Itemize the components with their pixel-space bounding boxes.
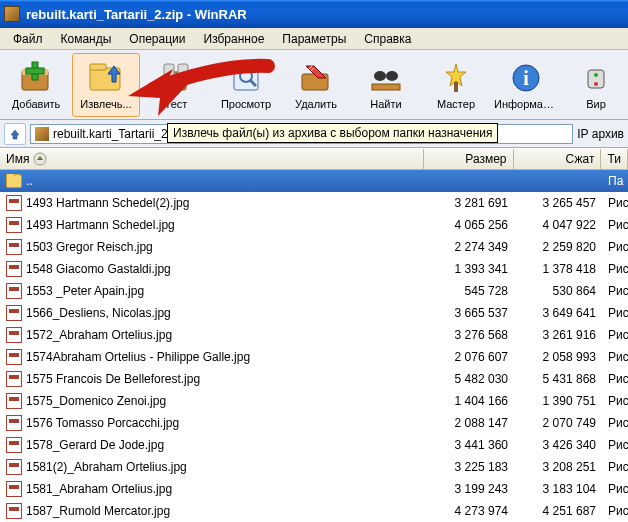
image-file-icon	[6, 459, 22, 475]
app-icon	[4, 6, 20, 22]
image-file-icon	[6, 195, 22, 211]
image-file-icon	[6, 371, 22, 387]
file-row[interactable]: 1581_Abraham Ortelius.jpg3 199 2433 183 …	[0, 478, 628, 500]
toolbar-virus-button[interactable]: Вир	[562, 53, 628, 117]
menu-bar: Файл Команды Операции Избранное Параметр…	[0, 28, 628, 50]
file-row[interactable]: 1578_Gerard De Jode.jpg3 441 3603 426 34…	[0, 434, 628, 456]
svg-rect-8	[178, 64, 188, 78]
menu-operations[interactable]: Операции	[120, 30, 194, 48]
add-icon	[16, 60, 56, 96]
svg-point-14	[386, 71, 398, 81]
file-row[interactable]: 1553 _Peter Apain.jpg545 728530 864Рис	[0, 280, 628, 302]
header-packed[interactable]: Сжат	[514, 149, 602, 169]
toolbar-info-button[interactable]: iИнформация	[492, 53, 560, 117]
file-row[interactable]: 1576 Tomasso Porcacchi.jpg2 088 1472 070…	[0, 412, 628, 434]
image-file-icon	[6, 283, 22, 299]
toolbar-find-button[interactable]: Найти	[352, 53, 420, 117]
file-row[interactable]: 1581(2)_Abraham Ortelius.jpg3 225 1833 2…	[0, 456, 628, 478]
toolbar-label: Мастер	[437, 98, 475, 110]
file-row[interactable]: 1587_Rumold Mercator.jpg4 273 9744 251 6…	[0, 500, 628, 522]
toolbar: ДобавитьИзвлечь...ТестПросмотрУдалитьНай…	[0, 50, 628, 120]
svg-point-13	[374, 71, 386, 81]
svg-point-22	[594, 82, 598, 86]
parent-folder-row[interactable]: ..Па	[0, 170, 628, 192]
extract-icon	[86, 60, 126, 96]
toolbar-label: Удалить	[295, 98, 337, 110]
file-row[interactable]: 1575_Domenico Zenoi.jpg1 404 1661 390 75…	[0, 390, 628, 412]
folder-up-icon	[6, 174, 22, 188]
toolbar-view-button[interactable]: Просмотр	[212, 53, 280, 117]
delete-icon	[296, 60, 336, 96]
svg-rect-17	[454, 82, 458, 92]
toolbar-label: Информация	[494, 98, 558, 110]
toolbar-label: Просмотр	[221, 98, 271, 110]
image-file-icon	[6, 349, 22, 365]
toolbar-add-button[interactable]: Добавить	[2, 53, 70, 117]
image-file-icon	[6, 437, 22, 453]
image-file-icon	[6, 305, 22, 321]
view-icon	[226, 60, 266, 96]
find-icon	[366, 60, 406, 96]
svg-point-21	[594, 73, 598, 77]
file-row[interactable]: 1566_Desliens, Nicolas.jpg3 665 5373 649…	[0, 302, 628, 324]
toolbar-test-button[interactable]: Тест	[142, 53, 210, 117]
file-list: ..Па1493 Hartmann Schedel(2).jpg3 281 69…	[0, 170, 628, 522]
file-row[interactable]: 1493 Hartmann Schedel(2).jpg3 281 6913 2…	[0, 192, 628, 214]
image-file-icon	[6, 393, 22, 409]
archive-icon	[35, 127, 49, 141]
toolbar-label: Добавить	[12, 98, 61, 110]
svg-text:i: i	[523, 67, 529, 89]
toolbar-wizard-button[interactable]: Мастер	[422, 53, 490, 117]
file-row[interactable]: 1575 Francois De Belleforest.jpg5 482 03…	[0, 368, 628, 390]
menu-commands[interactable]: Команды	[52, 30, 121, 48]
image-file-icon	[6, 261, 22, 277]
column-headers: Имя Размер Сжат Ти	[0, 148, 628, 170]
menu-help[interactable]: Справка	[355, 30, 420, 48]
sort-asc-icon	[33, 152, 47, 166]
file-row[interactable]: 1503 Gregor Reisch.jpg2 274 3492 259 820…	[0, 236, 628, 258]
image-file-icon	[6, 217, 22, 233]
window-title: rebuilt.karti_Tartarii_2.zip - WinRAR	[26, 7, 247, 22]
image-file-icon	[6, 481, 22, 497]
toolbar-label: Тест	[165, 98, 188, 110]
test-icon	[156, 60, 196, 96]
svg-rect-16	[372, 84, 400, 90]
toolbar-label: Вир	[586, 98, 606, 110]
svg-rect-7	[164, 64, 174, 78]
up-button[interactable]	[4, 123, 26, 145]
title-bar: rebuilt.karti_Tartarii_2.zip - WinRAR	[0, 0, 628, 28]
tooltip: Извлечь файл(ы) из архива с выбором папк…	[167, 123, 498, 143]
toolbar-extract-button[interactable]: Извлечь...	[72, 53, 140, 117]
menu-options[interactable]: Параметры	[273, 30, 355, 48]
info-icon: i	[506, 60, 546, 96]
svg-rect-3	[26, 68, 44, 74]
image-file-icon	[6, 503, 22, 519]
menu-file[interactable]: Файл	[4, 30, 52, 48]
file-row[interactable]: 1574Abraham Ortelius - Philippe Galle.jp…	[0, 346, 628, 368]
virus-icon	[576, 60, 616, 96]
toolbar-label: Найти	[370, 98, 401, 110]
address-tail: IP архив	[577, 127, 624, 141]
svg-rect-5	[90, 64, 106, 70]
menu-favorites[interactable]: Избранное	[195, 30, 274, 48]
toolbar-label: Извлечь...	[80, 98, 131, 110]
header-type[interactable]: Ти	[601, 149, 628, 169]
image-file-icon	[6, 327, 22, 343]
file-row[interactable]: 1548 Giacomo Gastaldi.jpg1 393 3411 378 …	[0, 258, 628, 280]
wizard-icon	[436, 60, 476, 96]
file-row[interactable]: 1572_Abraham Ortelius.jpg3 276 5683 261 …	[0, 324, 628, 346]
toolbar-delete-button[interactable]: Удалить	[282, 53, 350, 117]
image-file-icon	[6, 415, 22, 431]
file-row[interactable]: 1493 Hartmann Schedel.jpg4 065 2564 047 …	[0, 214, 628, 236]
image-file-icon	[6, 239, 22, 255]
header-size[interactable]: Размер	[424, 149, 514, 169]
header-name[interactable]: Имя	[0, 149, 424, 169]
